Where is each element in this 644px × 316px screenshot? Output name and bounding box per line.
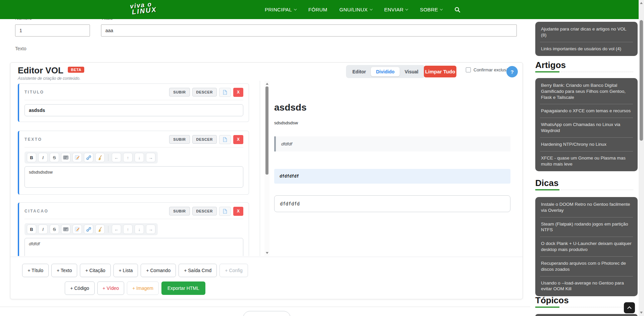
strikethrough-button[interactable]: S: [50, 225, 59, 234]
duplicate-button[interactable]: [219, 135, 231, 144]
delete-block-button[interactable]: X: [233, 135, 243, 144]
editor-vol-panel: Editor VOL BETA Assistente de criação de…: [10, 62, 523, 299]
add-codigo-button[interactable]: + Código: [65, 281, 94, 295]
memo-button[interactable]: [72, 153, 82, 162]
broom-button[interactable]: [95, 153, 105, 162]
list-item[interactable]: Hardening NTP/Chrony no Linux: [535, 138, 638, 151]
add-lista-button[interactable]: + Lista: [113, 264, 138, 277]
list-item[interactable]: O dock Plank + U-Launcher deixam qualque…: [535, 237, 638, 256]
add-video-button[interactable]: + Vídeo: [97, 281, 125, 295]
keyboard-button[interactable]: [61, 225, 70, 234]
scrollbar-up-arrow[interactable]: [640, 2, 643, 4]
add-citacao-button[interactable]: + Citação: [80, 264, 111, 277]
add-titulo-button[interactable]: + Título: [22, 264, 49, 277]
italic-button[interactable]: I: [38, 153, 48, 162]
link-button[interactable]: [84, 153, 93, 162]
artigos-list: Berry Bank: Criando um Banco Digital Gam…: [535, 78, 638, 171]
keyboard-button[interactable]: [61, 153, 70, 162]
memo-button[interactable]: [72, 225, 82, 234]
move-up-button[interactable]: SUBIR: [169, 135, 190, 144]
add-saida-cmd-button[interactable]: + Saída Cmd: [179, 264, 217, 277]
block-texto: TEXTO SUBIR DESCER X B I S: [18, 131, 249, 195]
numero-input[interactable]: [15, 24, 90, 37]
tab-dividido[interactable]: Dividido: [371, 67, 399, 76]
chevron-down-icon: [294, 7, 297, 10]
help-button[interactable]: ?: [506, 66, 518, 77]
nav-item-forum[interactable]: FÓRUM: [308, 7, 328, 12]
clear-all-button[interactable]: Limpar Tudo: [424, 66, 456, 77]
nav-item-enviar[interactable]: ENVIAR: [384, 7, 408, 12]
view-mode-segmented-control: Editor Dividido Visual: [346, 65, 425, 78]
tab-editor[interactable]: Editor: [347, 67, 371, 76]
move-up-button[interactable]: SUBIR: [169, 88, 190, 97]
page-scrollbar[interactable]: [639, 0, 644, 316]
list-item[interactable]: Steam (Flatpak) rodando jogos em partiçã…: [535, 217, 638, 237]
titulo-input[interactable]: [101, 24, 517, 37]
confirm-delete-checkbox[interactable]: [466, 67, 471, 72]
nav-item-gnulinux[interactable]: GNU/LINUX: [339, 7, 372, 12]
duplicate-button[interactable]: [219, 207, 231, 216]
duplicate-button[interactable]: [219, 88, 231, 97]
search-icon[interactable]: [454, 7, 460, 13]
scroll-to-top-button[interactable]: [624, 302, 635, 313]
bold-button[interactable]: B: [27, 225, 36, 234]
list-item[interactable]: Ajudante para criar dicas e artigos no V…: [535, 22, 638, 42]
arrow-right-button[interactable]: →: [146, 153, 155, 162]
delete-block-button[interactable]: X: [233, 88, 243, 97]
add-config-button[interactable]: + Config: [219, 264, 248, 277]
italic-button[interactable]: I: [38, 225, 48, 234]
block-type-label: CITACAO: [24, 209, 48, 213]
preview-blockquote: dfdfdf: [274, 136, 510, 151]
move-up-button[interactable]: SUBIR: [169, 207, 190, 215]
arrow-right-button[interactable]: →: [146, 225, 155, 234]
block-type-label: TITULO: [24, 90, 44, 94]
move-down-button[interactable]: DESCER: [192, 88, 217, 97]
block-actions: SUBIR DESCER X: [169, 207, 243, 216]
add-texto-button[interactable]: + Texto: [51, 264, 77, 277]
export-html-button[interactable]: Exportar HTML: [161, 281, 205, 295]
arrow-down-button[interactable]: ↓: [135, 153, 144, 162]
list-item[interactable]: Recuperando arquivos com o Photorec de d…: [535, 257, 638, 276]
list-item[interactable]: Berry Bank: Criando um Banco Digital Gam…: [535, 79, 638, 104]
move-down-button[interactable]: DESCER: [192, 207, 217, 215]
broom-button[interactable]: [95, 225, 105, 234]
divider: [24, 147, 243, 147]
bold-button[interactable]: B: [27, 153, 36, 162]
arrow-left-button[interactable]: ←: [112, 153, 121, 162]
editor-title: Editor VOL: [18, 65, 63, 76]
titulo-block-input[interactable]: [24, 104, 243, 116]
tab-visual[interactable]: Visual: [400, 67, 424, 76]
editor-panes: TITULO SUBIR DESCER X TEXTO: [10, 81, 523, 256]
divider: [24, 100, 243, 100]
arrow-down-button[interactable]: ↓: [135, 225, 144, 234]
add-row-2: + Código + Vídeo + Imagem Exportar HTML: [65, 281, 205, 295]
list-item[interactable]: WhatsApp com Chamadas no Linux via Waydr…: [535, 118, 638, 137]
nav-item-sobre[interactable]: SOBRE: [420, 7, 442, 12]
add-imagem-button[interactable]: + Imagem: [127, 281, 159, 295]
scrollbar-thumb[interactable]: [640, 20, 643, 141]
list-item[interactable]: Links importantes de usuários do vol (4): [535, 42, 638, 56]
link-button[interactable]: [84, 225, 93, 234]
list-item[interactable]: Instale o DOOM Retro no Gentoo facilment…: [535, 198, 638, 217]
list-item[interactable]: XFCE - quase um Gnome ou Plasma mas muit…: [535, 151, 638, 171]
edit-page-button[interactable]: Editar página: [243, 311, 291, 316]
preview-title: asdsds: [274, 102, 510, 113]
move-down-button[interactable]: DESCER: [192, 135, 217, 144]
topicos-heading: Tópicos: [535, 295, 569, 306]
add-comando-button[interactable]: + Comando: [141, 264, 176, 277]
arrow-up-button[interactable]: ↑: [123, 225, 133, 234]
arrow-up-button[interactable]: ↑: [123, 153, 133, 162]
delete-block-button[interactable]: X: [233, 207, 243, 216]
texto-block-textarea[interactable]: sdsdsdsdsw: [24, 166, 243, 188]
scrollbar-down-arrow[interactable]: [640, 312, 643, 314]
citacao-block-textarea[interactable]: dfdfdf: [24, 238, 243, 256]
block-type-label: TEXTO: [24, 137, 42, 142]
heading-rule: [535, 71, 633, 72]
arrow-left-button[interactable]: ←: [112, 225, 121, 234]
vivaolinux-logo[interactable]: viva o LINUX: [130, 1, 157, 15]
chevron-down-icon: [369, 7, 372, 10]
nav-item-principal[interactable]: PRINCIPAL: [265, 7, 296, 12]
list-item[interactable]: Usando o --load-average no Gentoo para e…: [535, 276, 638, 296]
strikethrough-button[interactable]: S: [50, 153, 59, 162]
list-item[interactable]: Papagaiando o XFCE com temas e recursos: [535, 104, 638, 118]
